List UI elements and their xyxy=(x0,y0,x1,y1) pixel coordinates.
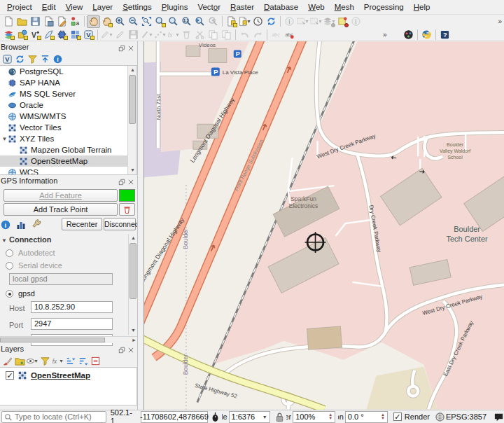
menu-view[interactable]: View xyxy=(61,1,88,13)
zoom-to-selection-button[interactable] xyxy=(153,15,167,28)
layer-row-openstreetmap[interactable]: ✓ OpenStreetMap xyxy=(0,368,136,380)
serial-port-combo[interactable]: local gpsd xyxy=(9,273,113,285)
filter-legend-button[interactable] xyxy=(38,354,51,367)
menu-layer[interactable]: Layer xyxy=(88,1,118,13)
current-edits-button[interactable]: ▼ xyxy=(100,28,113,41)
browser-item-wms-wmts[interactable]: WMS/WMTS xyxy=(0,111,136,122)
chevron-down-icon[interactable]: ▼ xyxy=(175,32,180,37)
zoom-native-button[interactable] xyxy=(180,15,193,28)
chevron-down-icon[interactable]: ▼ xyxy=(304,19,309,24)
new-virtual-layer-button[interactable] xyxy=(69,28,82,41)
refresh-map-button[interactable] xyxy=(265,15,278,28)
new-print-layout-button[interactable] xyxy=(42,15,55,28)
chevron-down-icon[interactable]: ▼ xyxy=(246,19,251,24)
menu-processing[interactable]: Processing xyxy=(359,1,409,13)
browser-scrollbar[interactable]: ▲ ▼ xyxy=(127,66,136,174)
menu-project[interactable]: Project xyxy=(2,1,37,13)
new-spatialite-layer-button[interactable] xyxy=(55,28,69,41)
browser-item-sap-hana[interactable]: SAP HANA xyxy=(0,77,136,88)
scroll-up-icon[interactable]: ▲ xyxy=(129,234,138,242)
remove-layer-button[interactable] xyxy=(89,354,102,367)
autodetect-radio[interactable] xyxy=(6,249,13,257)
add-selected-layers-button[interactable] xyxy=(1,53,13,65)
toolbar-overflow-icon[interactable]: » xyxy=(380,31,389,39)
gps-options-tab[interactable] xyxy=(31,219,42,230)
menu-raster[interactable]: Raster xyxy=(225,1,259,13)
scale-combo[interactable]: 1:6376▼ xyxy=(229,411,270,423)
chevron-down-icon[interactable]: ▼ xyxy=(108,32,113,37)
gps-status-swatch[interactable] xyxy=(119,189,135,202)
mouse-position-icon[interactable] xyxy=(210,412,220,422)
browser-item-postgresql[interactable]: PostgreSQL xyxy=(0,66,136,77)
data-source-manager-button[interactable] xyxy=(2,28,15,41)
menu-database[interactable]: Database xyxy=(259,1,303,13)
browser-item-mapzen-global-terrain[interactable]: Mapzen Global Terrain xyxy=(0,144,136,155)
layers-undock-button[interactable] xyxy=(118,345,125,356)
crs-status[interactable]: EPSG:3857 xyxy=(446,412,486,421)
open-layer-styling-button[interactable] xyxy=(1,354,13,367)
menu-plugins[interactable]: Plugins xyxy=(157,1,193,13)
pan-to-selection-button[interactable] xyxy=(100,15,113,28)
deselect-features-button[interactable]: ▼ xyxy=(309,15,323,28)
undo-button[interactable] xyxy=(238,28,251,41)
scroll-up-icon[interactable]: ▲ xyxy=(128,66,137,74)
locator-bar[interactable] xyxy=(1,411,106,423)
add-group-button[interactable] xyxy=(13,354,26,367)
lock-scale-icon[interactable] xyxy=(274,412,285,422)
collapse-all-layers-button[interactable] xyxy=(76,354,89,367)
temporal-controller-button[interactable] xyxy=(251,15,265,28)
identify-features-button[interactable] xyxy=(283,15,296,28)
new-temporary-scratch-layer-button[interactable] xyxy=(82,28,95,41)
menu-help[interactable]: Help xyxy=(409,1,435,13)
add-track-point-button[interactable]: Add Track Point xyxy=(4,203,118,216)
browser-item-oracle[interactable]: Oracle xyxy=(0,99,136,111)
menu-settings[interactable]: Settings xyxy=(118,1,157,13)
zoom-full-button[interactable] xyxy=(140,15,153,28)
gps-hscrollbar[interactable]: ► xyxy=(0,336,137,343)
render-checkbox[interactable]: ✓ xyxy=(393,412,402,421)
gps-info-tab[interactable] xyxy=(0,219,11,230)
help-contents-button[interactable] xyxy=(438,28,451,41)
modify-attributes-button[interactable]: ▼ xyxy=(167,28,180,41)
host-field[interactable]: 10.8.252.90 xyxy=(31,301,113,313)
properties-widget-button[interactable] xyxy=(51,53,64,65)
layout-manager-button[interactable] xyxy=(55,15,69,28)
browser-item-xyz-tiles[interactable]: ▼XYZ Tiles xyxy=(0,133,136,144)
locate-input[interactable] xyxy=(15,412,109,422)
show-bookmarks-button[interactable]: ▼ xyxy=(238,15,251,28)
zoom-to-layer-button[interactable] xyxy=(167,15,180,28)
style-manager-button[interactable] xyxy=(69,15,82,28)
delete-selected-button[interactable] xyxy=(180,28,193,41)
menu-vector[interactable]: Vector xyxy=(192,1,225,13)
new-shapefile-layer-button[interactable] xyxy=(29,28,42,41)
browser-undock-button[interactable] xyxy=(118,43,125,55)
paste-features-button[interactable] xyxy=(220,28,233,41)
reset-track-button[interactable] xyxy=(119,203,135,216)
statistics-summary-button[interactable] xyxy=(349,15,363,28)
toggle-editing-button[interactable] xyxy=(113,28,127,41)
edit-annotation-button[interactable] xyxy=(336,15,349,28)
scroll-down-icon[interactable]: ▼ xyxy=(128,166,137,174)
spin-down-icon[interactable]: ▼ xyxy=(381,417,385,420)
magnifier-spinbox[interactable]: 100% ▲▼ xyxy=(293,411,335,423)
collapse-all-button[interactable] xyxy=(38,53,51,65)
gpsd-radio[interactable] xyxy=(6,290,13,298)
rotation-spinbox[interactable]: 0.0 ° ▲▼ xyxy=(345,411,388,423)
browser-item-vector-tiles[interactable]: Vector Tiles xyxy=(0,122,136,133)
select-by-expression-button[interactable]: ▼ xyxy=(323,15,336,28)
zoom-in-button[interactable] xyxy=(113,15,127,28)
menu-web[interactable]: Web xyxy=(303,1,329,13)
pan-map-button[interactable] xyxy=(87,15,100,28)
save-layer-edits-button[interactable] xyxy=(127,28,140,41)
manage-map-themes-button[interactable]: ▼ xyxy=(26,354,38,367)
select-features-button[interactable]: ▼ xyxy=(296,15,309,28)
layer-visibility-checkbox[interactable]: ✓ xyxy=(6,371,14,380)
port-field[interactable]: 2947 xyxy=(31,318,113,330)
expander-icon[interactable]: ▼ xyxy=(1,136,8,142)
open-project-button[interactable] xyxy=(15,15,29,28)
expand-all-button[interactable] xyxy=(64,354,76,367)
filter-browser-button[interactable] xyxy=(26,53,38,65)
chevron-down-icon[interactable]: ▼ xyxy=(34,359,38,363)
cut-features-button[interactable] xyxy=(193,28,206,41)
menu-edit[interactable]: Edit xyxy=(37,1,61,13)
